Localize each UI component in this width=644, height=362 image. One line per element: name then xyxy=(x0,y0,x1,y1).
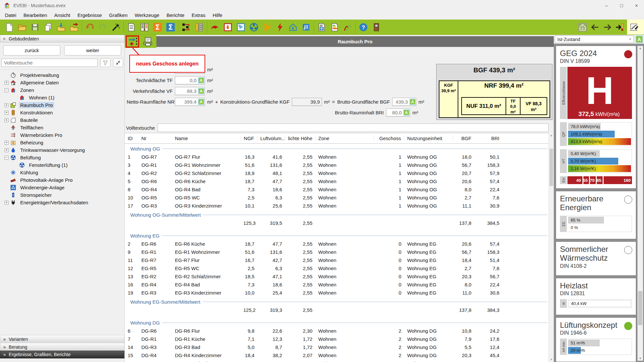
tree-expander[interactable]: − xyxy=(5,88,8,92)
tree-item-wärmebrücken-pro[interactable]: Wärmebrücken Pro xyxy=(0,131,124,139)
panel-scrollbar[interactable]: ▲ ▼ xyxy=(637,46,643,361)
toolbar-button-sun[interactable] xyxy=(262,22,272,32)
auto-button[interactable]: A xyxy=(403,109,409,116)
toolbar-button-house-olive[interactable] xyxy=(578,22,588,32)
toolbar-button-document-report[interactable] xyxy=(126,22,136,32)
kgf-field[interactable]: 39,9 xyxy=(292,98,322,106)
table-row[interactable]: 16EG-R4EG-R4 Bad7,318,62,55Wohnen0Wohnun… xyxy=(125,281,549,289)
menu-item-grafiken[interactable]: Grafiken xyxy=(106,12,131,18)
toolbar-button-nav-forward[interactable] xyxy=(602,22,612,32)
toolbar-button-report-table[interactable] xyxy=(317,22,327,32)
column-header-geschoss[interactable]: Geschoss xyxy=(374,136,404,141)
filter-button[interactable] xyxy=(100,58,110,67)
column-header-bgf[interactable]: BGF xyxy=(453,136,474,141)
column-header-ngf[interactable]: NGF xyxy=(240,136,257,141)
state-selector[interactable]: Ist-Zustand ˅ xyxy=(555,36,634,43)
table-row[interactable]: 10OG-R5OG-R5 WC2,56,32,55Wohnen1Wohnung … xyxy=(125,194,549,202)
toolbar-button-nav-exit[interactable] xyxy=(615,22,625,32)
tree-item-stromspeicher[interactable]: Stromspeicher xyxy=(0,191,124,199)
column-header-lichte-höhe[interactable]: lichte Höhe xyxy=(285,136,315,141)
toolbar-button-heat-pump[interactable]: P xyxy=(236,22,246,32)
minimize-button[interactable]: – xyxy=(599,0,614,11)
bgf-field[interactable]: 439,3 A xyxy=(392,98,416,106)
table-row[interactable]: 12EG-R5EG-R5 WC2,56,32,55Wohnen0Wohnung … xyxy=(125,264,549,272)
print-room-book-button[interactable] xyxy=(142,36,153,47)
toolbar-button-exit-door[interactable] xyxy=(371,22,381,32)
column-header-nutzungseinheit[interactable]: Nutzungseinheit xyxy=(404,136,453,141)
tree-expander[interactable]: + xyxy=(5,118,8,122)
toolbar-button-wall-layers[interactable] xyxy=(194,22,204,32)
table-row[interactable]: 13EG-R2EG-R2 Schlafzimmer18,547,12,55Woh… xyxy=(125,272,549,281)
table-row[interactable]: 9EG-R1EG-R1 Wohnzimmer51,6131,62,55Wohne… xyxy=(125,248,549,256)
table-row[interactable]: 6DG-R6DG-R6 Flur9,822,62,30Wohnen2Wohnun… xyxy=(125,327,549,335)
auto-button[interactable]: A xyxy=(409,99,416,105)
table-row[interactable]: 1OG-R7OG-R7 Flur16,341,62,55Wohnen1Wohnu… xyxy=(125,153,549,161)
sidebar-panel-ergebnisse-grafiken-berichte[interactable]: »Ergebnisse, Grafiken, Berichte xyxy=(0,351,124,358)
auto-button[interactable]: A xyxy=(198,88,204,94)
tree-item-photovoltaik-anlage-pro[interactable]: Photovoltaik-Anlage Pro xyxy=(0,176,124,184)
tree-expander[interactable]: + xyxy=(5,141,8,145)
toolbar-button-flame[interactable] xyxy=(223,22,233,32)
nettoraumflaeche-field[interactable]: 399,4 A xyxy=(175,98,205,106)
menu-item-extras[interactable]: Extras xyxy=(188,12,209,18)
toolbar-button-sum-orange[interactable]: Σ xyxy=(152,22,163,32)
column-header-luftvolum[interactable]: Luftvolum... xyxy=(257,136,285,141)
menu-item-ansicht[interactable]: Ansicht xyxy=(51,12,74,18)
sidebar-panel-beratung[interactable]: »Beratung xyxy=(0,343,124,351)
table-row[interactable]: 19EG-R3EG-R3 Kinderzimmer10,025,42,55Woh… xyxy=(125,289,549,297)
scrollbar-thumb[interactable] xyxy=(550,149,553,186)
scroll-up-icon[interactable]: ▲ xyxy=(549,134,554,137)
auto-button[interactable]: A xyxy=(636,36,643,43)
toolbar-button-new-file[interactable] xyxy=(4,22,14,32)
tree-item-energieträger-verbrauchsdaten[interactable]: +Energieträger/Verbrauchsdaten xyxy=(0,199,124,206)
menu-item-bearbeiten[interactable]: Bearbeiten xyxy=(20,12,51,18)
sidebar-panel-varianten[interactable]: »Varianten xyxy=(0,335,124,343)
scrollbar-thumb[interactable] xyxy=(638,291,642,325)
toolbar-button-fan[interactable] xyxy=(249,22,259,32)
tree-item-raumbuch-pro[interactable]: +Raumbuch Pro xyxy=(0,101,124,109)
toolbar-button-lightning[interactable] xyxy=(275,22,285,32)
tree-expander[interactable]: + xyxy=(5,103,8,107)
menu-item-hilfe[interactable]: Hilfe xyxy=(209,12,226,18)
toolbar-button-flowchart[interactable] xyxy=(181,22,191,32)
close-button[interactable]: × xyxy=(629,0,644,11)
column-header-zone[interactable]: Zone xyxy=(315,136,374,141)
verkehrsflaeche-field[interactable]: 88,3 A xyxy=(175,87,205,95)
maximize-button[interactable]: □ xyxy=(614,0,629,11)
tree-expander[interactable]: − xyxy=(5,156,8,160)
group-summary-row[interactable]: 125,2319,32,55137,8384,3 xyxy=(125,306,549,314)
table-row[interactable]: 14DG-R3DG-R3 Bad5,08,71,72Wohnen2Wohnung… xyxy=(125,343,549,351)
column-header-nr[interactable]: Nr xyxy=(138,136,172,141)
toolbar-button-magic-wand[interactable] xyxy=(111,22,121,32)
toolbar-button-document-compare[interactable] xyxy=(139,22,150,32)
column-header-name[interactable]: Name xyxy=(172,136,240,141)
table-search-input[interactable] xyxy=(158,123,549,132)
sidebar-search-input[interactable] xyxy=(1,59,98,67)
tree-item-trinkwarmwasser-versorgung[interactable]: +Trinkwarmwasser-Versorgung xyxy=(0,146,124,154)
tree-item-beheizung[interactable]: +Beheizung xyxy=(0,139,124,146)
tree-expander[interactable]: + xyxy=(5,148,8,152)
table-row[interactable]: 5OG-R6OG-R6 Küche18,747,72,55Wohnen1Wohn… xyxy=(125,177,549,185)
tree-item-projektverwaltung[interactable]: Projektverwaltung xyxy=(0,71,124,79)
scroll-down-icon[interactable]: ▼ xyxy=(549,358,554,361)
toolbar-button-radiator[interactable]: 4 xyxy=(301,22,311,32)
bri-field[interactable]: 80,0 A xyxy=(386,109,410,117)
table-scrollbar[interactable]: ▲ ▼ xyxy=(549,133,554,362)
toolbar-button-open-folder[interactable] xyxy=(17,22,27,32)
tree-item-bauteile[interactable]: +Bauteile xyxy=(0,116,124,124)
tree-expander[interactable]: + xyxy=(5,111,8,115)
toolbar-button-energy-label[interactable] xyxy=(330,22,340,32)
scroll-down-icon[interactable]: ▼ xyxy=(637,357,643,360)
toolbar-button-house-euro[interactable]: € xyxy=(288,22,298,32)
toolbar-button-copy[interactable] xyxy=(43,22,53,32)
toolbar-button-sum-blue[interactable]: Σ xyxy=(165,22,176,32)
auto-button[interactable]: A xyxy=(198,99,204,105)
back-button[interactable]: zurück xyxy=(3,45,60,55)
toolbar-button-export-folder[interactable] xyxy=(69,22,79,32)
next-button[interactable]: weiter xyxy=(64,45,121,55)
toolbar-button-help[interactable]: ? xyxy=(358,22,368,32)
tree-item-kühlung[interactable]: Kühlung xyxy=(0,169,124,176)
table-row[interactable]: 4OG-R2OG-R2 Schlafzimmer18,948,12,55Wohn… xyxy=(125,169,549,177)
toolbar-button-import-folder[interactable] xyxy=(56,22,66,32)
toolbar-button-nav-back[interactable] xyxy=(590,22,600,32)
